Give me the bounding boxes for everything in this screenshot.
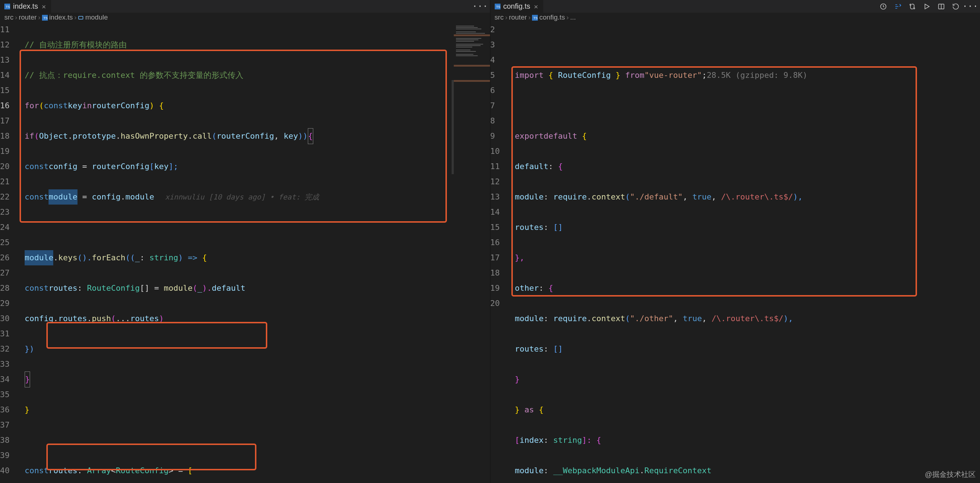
code-line[interactable]: default: { [515,159,980,174]
git-compare-icon[interactable] [908,3,916,11]
code-line[interactable] [515,98,980,113]
tok: > [169,463,173,478]
breadcrumb-item[interactable]: ... [570,13,576,21]
chevron-right-icon: › [74,13,76,21]
tok: } [25,402,29,418]
code-line[interactable]: export default { [515,129,980,144]
code-line[interactable]: const routes: RouteConfig[] = module(_).… [25,281,490,296]
tok: : [544,220,554,235]
line-number: 20 [490,296,500,311]
tok: other [515,281,539,296]
tok: { [308,128,313,144]
tok: /\.router\.ts$/ [712,311,784,326]
tok: : [544,189,554,205]
code-line[interactable]: module: require.context("./default", tru… [515,189,980,205]
diff-icon[interactable] [894,3,902,11]
tok: (). [78,250,92,265]
line-number: 6 [490,83,495,98]
tok: { [197,250,207,265]
close-icon[interactable]: × [41,2,47,11]
code-line[interactable]: // 抗点：require.context 的参数不支持变量的形式传入 [25,68,490,83]
code-area-left[interactable]: 11 12 13 14 15 16 17 18 19 20 21 22 23 2… [0,22,490,483]
code-line[interactable] [515,37,980,52]
code-area-right[interactable]: 2 3 4 5 6 7 8 9 10 11 12 13 14 15 16 17 … [490,22,980,483]
tok: const [25,159,49,174]
tok: config [92,189,120,205]
breadcrumb-left[interactable]: src› router› TS index.ts› module [0,13,490,22]
tok: /\.router\.ts$/ [721,189,793,205]
code-lines-left[interactable]: // 自动注册所有模块的路由 // 抗点：require.context 的参数… [25,22,490,483]
tok: const [44,98,68,113]
tok: ( [39,98,44,113]
code-line[interactable] [25,433,490,448]
code-line[interactable]: module.keys().forEach((_: string) => { [25,250,490,265]
tok: , [712,189,721,205]
tok: routes [130,311,159,326]
line-number: 16 [490,235,500,250]
minimap-left[interactable] [454,22,490,483]
code-line[interactable]: const config = routerConfig[key]; [25,159,490,174]
tok: RouteConfig [116,463,169,478]
line-number: 14 [0,68,10,83]
run-icon[interactable] [923,3,931,11]
code-lines-right[interactable]: import { RouteConfig } from "vue-router"… [515,22,980,483]
tok: if [25,129,34,144]
tok: for [25,98,39,113]
scrollbar-indicator[interactable] [452,80,454,174]
tok: : [544,342,554,357]
code-line[interactable]: if (Object.prototype.hasOwnProperty.call… [25,129,490,144]
tok: . [121,189,125,205]
breadcrumb-item[interactable]: router [509,13,527,21]
breadcrumb-item[interactable]: src [495,13,504,21]
history-icon[interactable] [879,3,887,11]
code-line[interactable]: module: require.context("./other", true,… [515,311,980,326]
code-line[interactable]: config.routes.push(...routes) [25,311,490,326]
breadcrumb-item[interactable]: index.ts [49,13,73,21]
more-icon[interactable]: ··· [966,3,974,11]
tok: [ [188,463,192,478]
line-number: 3 [490,37,495,52]
code-line[interactable]: [index: string]: { [515,433,980,448]
code-line[interactable]: routes: [] [515,342,980,357]
chevron-right-icon: › [15,13,17,21]
revert-icon[interactable] [952,3,960,11]
code-line[interactable]: const routes: Array<RouteConfig> = [ [25,463,490,478]
breadcrumb-item[interactable]: src [4,13,13,21]
tab-index-ts[interactable]: TS index.ts × [0,0,51,13]
tok: config [49,159,77,174]
code-line[interactable] [25,220,490,235]
code-line[interactable]: }, [515,250,980,265]
tok: module [515,463,544,478]
tok: ]: { [582,433,601,448]
code-line[interactable]: } [515,372,980,387]
tok: require [553,311,587,326]
breadcrumb-right[interactable]: src› router› TS config.ts› ... [490,13,980,22]
code-line[interactable]: }) [25,342,490,357]
code-line[interactable]: other: { [515,281,980,296]
tok: = [149,281,164,296]
code-line[interactable]: for (const key in routerConfig) { [25,98,490,113]
code-line[interactable]: } [25,402,490,418]
code-line[interactable]: module: __WebpackModuleApi.RequireContex… [515,463,980,478]
code-line[interactable]: } as { [515,402,980,418]
tok: routerConfig [92,98,149,113]
code-line[interactable]: routes: [] [515,220,980,235]
line-number: 11 [0,22,10,37]
tab-config-ts[interactable]: TS config.ts × [490,0,544,13]
tok: , [682,189,692,205]
tok: { [548,281,553,296]
breadcrumb-item[interactable]: config.ts [539,13,565,21]
code-line[interactable]: } [25,372,490,387]
code-line[interactable]: // 自动注册所有模块的路由 [25,37,490,52]
close-icon[interactable]: × [533,2,539,11]
code-line[interactable]: const module = config.modulexinnwuliu [1… [25,189,490,205]
more-icon[interactable]: ··· [476,3,484,11]
breadcrumb-item[interactable]: router [19,13,37,21]
tok: module [515,189,544,205]
tok: from [625,68,644,83]
tok: export [515,129,544,144]
code-line[interactable]: import { RouteConfig } from "vue-router"… [515,68,980,83]
breadcrumb-item[interactable]: module [85,13,108,21]
split-icon[interactable] [937,3,945,11]
tok: keys [58,250,78,265]
